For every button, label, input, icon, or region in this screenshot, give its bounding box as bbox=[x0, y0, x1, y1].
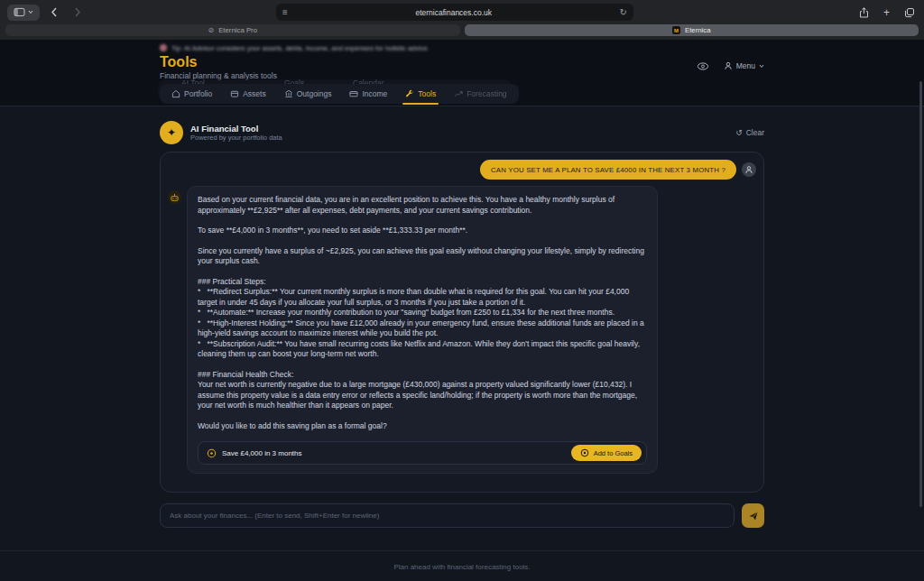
page-scrollbar[interactable] bbox=[919, 81, 922, 507]
new-tab-icon[interactable]: + bbox=[883, 6, 890, 19]
chevron-down-icon bbox=[759, 64, 764, 69]
browser-tab-label: Eternica Pro bbox=[218, 26, 257, 34]
browser-tab-eternica-pro[interactable]: ⊘ Eternica Pro bbox=[5, 24, 460, 36]
tab-outgoings[interactable]: Outgoings bbox=[276, 87, 340, 101]
bot-icon bbox=[168, 190, 181, 204]
menu-button[interactable]: Menu bbox=[724, 61, 764, 70]
site-favicon: M bbox=[672, 26, 680, 34]
tab-label: Assets bbox=[243, 89, 266, 98]
tab-tools[interactable]: Tools bbox=[397, 87, 444, 101]
home-icon bbox=[171, 89, 180, 98]
add-to-goals-label: Add to Goals bbox=[594, 449, 633, 457]
wrench-icon bbox=[405, 89, 414, 98]
assistant-paragraph: Would you like to add this saving plan a… bbox=[198, 421, 647, 432]
send-icon bbox=[748, 511, 759, 521]
share-icon[interactable] bbox=[859, 7, 869, 18]
footer-text: Plan ahead with financial forecasting to… bbox=[0, 563, 924, 571]
chat-input[interactable] bbox=[160, 503, 735, 528]
section-nav: AI Tool Goals Calendar Portfolio bbox=[160, 84, 764, 104]
sidebar-icon bbox=[14, 7, 25, 17]
person-icon bbox=[724, 61, 733, 70]
box-icon bbox=[230, 89, 239, 98]
browser-tab-eternica[interactable]: M Eternica bbox=[465, 24, 919, 36]
user-message-row: CAN YOU SET ME A PLAN TO SAVE £4000 IN T… bbox=[168, 160, 756, 180]
reset-icon: ↺ bbox=[735, 128, 743, 137]
tab-label: Forecasting bbox=[467, 89, 506, 98]
assistant-paragraph: Based on your current financial data, yo… bbox=[198, 195, 647, 216]
footer-divider bbox=[0, 550, 924, 551]
reload-icon[interactable]: ↻ bbox=[620, 7, 627, 17]
assistant-paragraph: Since you currently have a surplus of ~£… bbox=[198, 246, 647, 267]
browser-toolbar: ≡ eternicafinances.co.uk ↻ + bbox=[0, 0, 924, 24]
assistant-paragraph: ### Financial Health Check: Your net wor… bbox=[198, 370, 647, 411]
chevron-down-icon bbox=[28, 10, 33, 14]
tab-label: Outgoings bbox=[297, 89, 332, 98]
chat-subtitle: Powered by your portfolio data bbox=[190, 134, 282, 142]
user-avatar bbox=[742, 162, 756, 177]
eye-icon[interactable] bbox=[697, 62, 709, 70]
clear-label: Clear bbox=[746, 128, 764, 137]
trend-up-icon bbox=[454, 89, 463, 98]
tab-portfolio[interactable]: Portfolio bbox=[163, 87, 220, 101]
ai-sparkle-icon: ✦ bbox=[160, 121, 183, 144]
toast-dot-icon bbox=[160, 44, 167, 51]
forward-button[interactable] bbox=[69, 4, 87, 22]
tab-assets[interactable]: Assets bbox=[222, 87, 274, 101]
assistant-message-bubble: Based on your current financial data, yo… bbox=[187, 186, 658, 474]
sidebar-toggle-button[interactable] bbox=[7, 5, 40, 21]
blocked-icon: ⊘ bbox=[208, 26, 214, 34]
chat-message-area[interactable]: CAN YOU SET ME A PLAN TO SAVE £4000 IN T… bbox=[160, 152, 764, 493]
target-icon bbox=[580, 448, 589, 457]
menu-label: Menu bbox=[736, 61, 755, 70]
chat-title: AI Financial Tool bbox=[190, 124, 282, 134]
assistant-message-text: Based on your current financial data, yo… bbox=[198, 195, 647, 431]
tab-forecasting[interactable]: Forecasting bbox=[446, 87, 514, 101]
tab-label: Portfolio bbox=[184, 89, 212, 98]
tab-income[interactable]: Income bbox=[341, 87, 395, 101]
browser-chrome: ≡ eternicafinances.co.uk ↻ + ⊘ Eternica … bbox=[0, 0, 924, 40]
chevron-right-icon bbox=[74, 7, 81, 17]
page-header-section: Tip: AI Advisor considers your assets, d… bbox=[0, 40, 924, 106]
chevron-left-icon bbox=[51, 7, 58, 17]
target-icon bbox=[207, 448, 217, 458]
toast-text: Tip: AI Advisor considers your assets, d… bbox=[171, 44, 430, 52]
bank-icon bbox=[284, 89, 293, 98]
browser-tab-label: Eternica bbox=[685, 26, 711, 34]
tab-label: Income bbox=[362, 89, 387, 98]
goal-suggestion-row: Save £4,000 in 3 months Add to Goals bbox=[198, 441, 647, 465]
card-icon bbox=[349, 89, 358, 98]
page-content: Tip: AI Advisor considers your assets, d… bbox=[0, 40, 924, 581]
add-to-goals-button[interactable]: Add to Goals bbox=[571, 445, 642, 461]
address-bar[interactable]: ≡ eternicafinances.co.uk ↻ bbox=[276, 4, 633, 21]
goal-label: Save £4,000 in 3 months bbox=[222, 449, 571, 457]
clear-chat-button[interactable]: ↺ Clear bbox=[735, 128, 764, 137]
tab-overview-icon[interactable] bbox=[904, 7, 915, 18]
page-title: Tools bbox=[160, 54, 277, 70]
send-button[interactable] bbox=[742, 503, 764, 528]
back-button[interactable] bbox=[45, 4, 63, 22]
assistant-message-row: Based on your current financial data, yo… bbox=[168, 186, 756, 474]
assistant-paragraph: To save **£4,000 in 3 months**, you need… bbox=[198, 226, 647, 236]
user-message-bubble: CAN YOU SET ME A PLAN TO SAVE £4000 IN T… bbox=[480, 160, 736, 180]
tab-strip: ⊘ Eternica Pro M Eternica bbox=[0, 24, 924, 40]
url-text[interactable]: eternicafinances.co.uk bbox=[288, 8, 620, 17]
tip-toast: Tip: AI Advisor considers your assets, d… bbox=[160, 42, 764, 53]
assistant-paragraph: ### Practical Steps: * **Redirect Surplu… bbox=[198, 277, 647, 360]
person-icon bbox=[744, 165, 753, 174]
tab-label: Tools bbox=[418, 89, 436, 98]
